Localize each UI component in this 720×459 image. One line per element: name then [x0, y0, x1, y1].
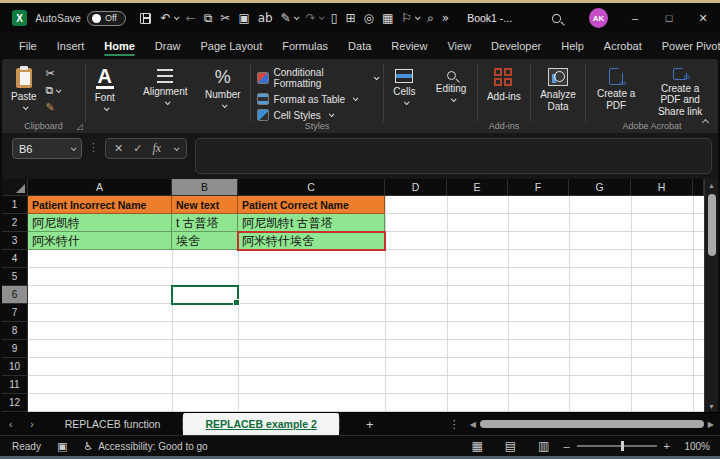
- row-header-6[interactable]: 6: [2, 286, 28, 304]
- scroll-right-icon[interactable]: ▶: [708, 420, 714, 429]
- form-icon[interactable]: ▦: [378, 9, 397, 27]
- column-header-G[interactable]: G: [569, 179, 631, 196]
- cut-button[interactable]: ✂: [46, 67, 61, 80]
- tab-developer[interactable]: Developer: [482, 35, 550, 57]
- collapse-ribbon-button[interactable]: [703, 111, 708, 129]
- tab-page-layout[interactable]: Page Layout: [191, 35, 271, 57]
- accessibility-icon[interactable]: ♿: [83, 440, 93, 453]
- name-box[interactable]: B6: [12, 138, 82, 159]
- tab-insert[interactable]: Insert: [48, 35, 94, 57]
- select-all-corner[interactable]: [2, 179, 28, 196]
- cells-menu-button[interactable]: Cells: [388, 64, 420, 119]
- create-pdf-button[interactable]: Create a PDF: [590, 64, 642, 119]
- cell-C2[interactable]: 阿尼凯特t 古普塔: [238, 214, 385, 232]
- column-header-A[interactable]: A: [28, 179, 172, 196]
- drag-handle-icon[interactable]: ⋮: [88, 141, 99, 154]
- format-as-table-button[interactable]: Format as Table: [255, 92, 380, 106]
- row-header-3[interactable]: 3: [2, 232, 28, 250]
- page-break-view-icon[interactable]: ▥: [534, 439, 553, 453]
- scroll-down-icon[interactable]: ▼: [708, 400, 715, 412]
- cell-styles-button[interactable]: Cell Styles: [255, 108, 380, 122]
- tab-acrobat[interactable]: Acrobat: [595, 35, 651, 57]
- scroll-left-icon[interactable]: ◀: [470, 420, 476, 429]
- zoom-out-button[interactable]: –: [563, 440, 569, 452]
- insert-function-button[interactable]: fx: [152, 141, 161, 156]
- back-icon[interactable]: ←: [182, 9, 200, 27]
- selected-cell-B6[interactable]: [171, 285, 239, 305]
- analyze-data-button[interactable]: Analyze Data: [535, 64, 581, 119]
- normal-view-icon[interactable]: ▦: [467, 439, 486, 453]
- zoom-slider-thumb[interactable]: [621, 441, 624, 451]
- sheet-tab-replaceb-function[interactable]: REPLACEB function: [43, 413, 183, 436]
- tab-data[interactable]: Data: [339, 35, 380, 57]
- cancel-button[interactable]: ✕: [114, 142, 123, 155]
- row-header-4[interactable]: 4: [2, 250, 28, 268]
- maximize-button[interactable]: □: [652, 4, 686, 32]
- zoom-in-button[interactable]: +: [664, 440, 670, 452]
- row-header-12[interactable]: 12: [2, 394, 28, 412]
- editing-menu-button[interactable]: Editing: [431, 64, 472, 119]
- column-header-B[interactable]: B: [172, 179, 238, 196]
- zoom-slider[interactable]: [577, 445, 657, 447]
- row-header-11[interactable]: 11: [2, 376, 28, 394]
- cell-B3[interactable]: 埃舍: [172, 232, 238, 250]
- font-menu-button[interactable]: A Font: [90, 64, 120, 119]
- tab-review[interactable]: Review: [382, 35, 436, 57]
- flag-icon[interactable]: ⚐: [397, 9, 423, 27]
- formula-input[interactable]: [195, 138, 712, 174]
- row-header-5[interactable]: 5: [2, 268, 28, 286]
- undo-icon[interactable]: ↶: [157, 9, 182, 27]
- format-painter-button[interactable]: ✎: [46, 101, 61, 114]
- dialog-launcher-icon[interactable]: ◿: [77, 122, 83, 131]
- cell-B1[interactable]: New text: [172, 196, 238, 214]
- vertical-scrollbar[interactable]: ▲ ▼: [704, 179, 718, 412]
- more-commands-icon[interactable]: »: [438, 9, 453, 27]
- addins-button[interactable]: Add-ins: [482, 64, 526, 119]
- tab-draw[interactable]: Draw: [146, 35, 190, 57]
- cell-A2[interactable]: 阿尼凯特: [28, 214, 172, 232]
- alignment-menu-button[interactable]: Alignment: [138, 64, 192, 119]
- find-replace-icon[interactable]: ab: [254, 9, 277, 27]
- column-header-H[interactable]: H: [631, 179, 693, 196]
- scroll-up-icon[interactable]: ▲: [708, 179, 715, 191]
- cell-A1[interactable]: Patient Incorrect Name: [28, 196, 172, 214]
- row-header-1[interactable]: 1: [2, 196, 28, 214]
- tab-formulas[interactable]: Formulas: [273, 35, 337, 57]
- close-button[interactable]: ✕: [686, 4, 720, 32]
- column-header-E[interactable]: E: [447, 179, 508, 196]
- sheet-nav-left-icon[interactable]: ‹: [0, 419, 21, 430]
- row-header-10[interactable]: 10: [2, 358, 28, 376]
- zoom-level[interactable]: 100%: [680, 441, 710, 452]
- tab-power-pivot[interactable]: Power Pivot: [653, 35, 720, 57]
- conditional-formatting-button[interactable]: Conditional Formatting: [255, 66, 380, 90]
- more-sheets-icon[interactable]: ⋮: [439, 418, 470, 431]
- cell-C1[interactable]: Patient Correct Name: [238, 196, 385, 214]
- vertical-scroll-thumb[interactable]: [708, 194, 716, 256]
- cell-area[interactable]: Patient Incorrect Name New text Patient …: [28, 196, 704, 412]
- row-header-7[interactable]: 7: [2, 304, 28, 322]
- new-sheet-button[interactable]: +: [340, 417, 400, 432]
- horizontal-scroll-thumb[interactable]: [480, 420, 704, 428]
- cell-A3[interactable]: 阿米特什: [28, 232, 172, 250]
- camera-icon[interactable]: ◎: [360, 9, 378, 27]
- row-header-8[interactable]: 8: [2, 322, 28, 340]
- new-file-icon[interactable]: ▯: [327, 9, 342, 27]
- protect-find-icon[interactable]: ⌕: [423, 9, 438, 27]
- row-header-2[interactable]: 2: [2, 214, 28, 232]
- page-layout-view-icon[interactable]: ▤: [501, 439, 520, 453]
- minimize-button[interactable]: –: [618, 4, 652, 32]
- cell-C3[interactable]: 阿米特什埃舍: [238, 232, 385, 250]
- column-header-F[interactable]: F: [508, 179, 569, 196]
- tab-help[interactable]: Help: [552, 35, 593, 57]
- paste-button[interactable]: Paste: [6, 64, 42, 119]
- excel-logo-icon[interactable]: X: [12, 10, 27, 26]
- autosave-toggle[interactable]: Off: [87, 11, 126, 26]
- copy-icon[interactable]: ⧉: [200, 9, 217, 27]
- search-icon[interactable]: [552, 14, 561, 23]
- picture-icon[interactable]: ▣: [234, 9, 253, 27]
- avatar[interactable]: AK: [589, 8, 608, 28]
- sheet-tab-replaceb-example-2[interactable]: REPLACEB example 2: [183, 413, 338, 436]
- tab-view[interactable]: View: [438, 35, 480, 57]
- tab-home[interactable]: Home: [95, 35, 144, 57]
- column-header-C[interactable]: C: [238, 179, 385, 196]
